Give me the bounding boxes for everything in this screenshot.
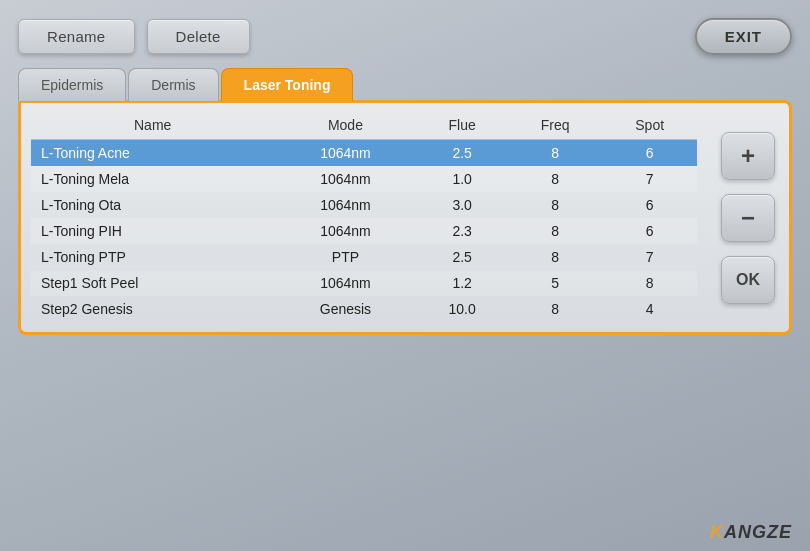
table-row[interactable]: L-Toning PIH1064nm2.386: [31, 218, 697, 244]
col-header-freq: Freq: [508, 111, 603, 140]
col-header-spot: Spot: [602, 111, 697, 140]
ok-button[interactable]: OK: [721, 256, 775, 304]
table-row[interactable]: L-Toning PTPPTP2.587: [31, 244, 697, 270]
main-container: Rename Delete EXIT Epidermis Dermis Lase…: [0, 0, 810, 551]
watermark-k: K: [710, 522, 724, 542]
toolbar: Rename Delete EXIT: [18, 18, 792, 55]
table-row[interactable]: Step2 GenesisGenesis10.084: [31, 296, 697, 322]
tab-laser-toning[interactable]: Laser Toning: [221, 68, 354, 101]
plus-button[interactable]: +: [721, 132, 775, 180]
col-header-flue: Flue: [417, 111, 508, 140]
toolbar-left: Rename Delete: [18, 19, 250, 54]
data-table: Name Mode Flue Freq Spot L-Toning Acne10…: [31, 111, 697, 322]
table-header-row: Name Mode Flue Freq Spot: [31, 111, 697, 140]
minus-button[interactable]: −: [721, 194, 775, 242]
table-row[interactable]: L-Toning Mela1064nm1.087: [31, 166, 697, 192]
side-buttons: + − OK: [707, 103, 789, 332]
table-area: Name Mode Flue Freq Spot L-Toning Acne10…: [21, 103, 707, 332]
col-header-name: Name: [31, 111, 274, 140]
watermark-text: ANGZE: [724, 522, 792, 542]
col-header-mode: Mode: [274, 111, 416, 140]
exit-button[interactable]: EXIT: [695, 18, 792, 55]
table-row[interactable]: Step1 Soft Peel1064nm1.258: [31, 270, 697, 296]
table-row[interactable]: L-Toning Ota1064nm3.086: [31, 192, 697, 218]
tab-dermis[interactable]: Dermis: [128, 68, 218, 101]
delete-button[interactable]: Delete: [147, 19, 250, 54]
rename-button[interactable]: Rename: [18, 19, 135, 54]
content-panel: Name Mode Flue Freq Spot L-Toning Acne10…: [18, 100, 792, 335]
tabs-area: Epidermis Dermis Laser Toning: [18, 67, 792, 100]
table-row[interactable]: L-Toning Acne1064nm2.586: [31, 140, 697, 167]
watermark: KANGZE: [710, 522, 792, 543]
tab-epidermis[interactable]: Epidermis: [18, 68, 126, 101]
